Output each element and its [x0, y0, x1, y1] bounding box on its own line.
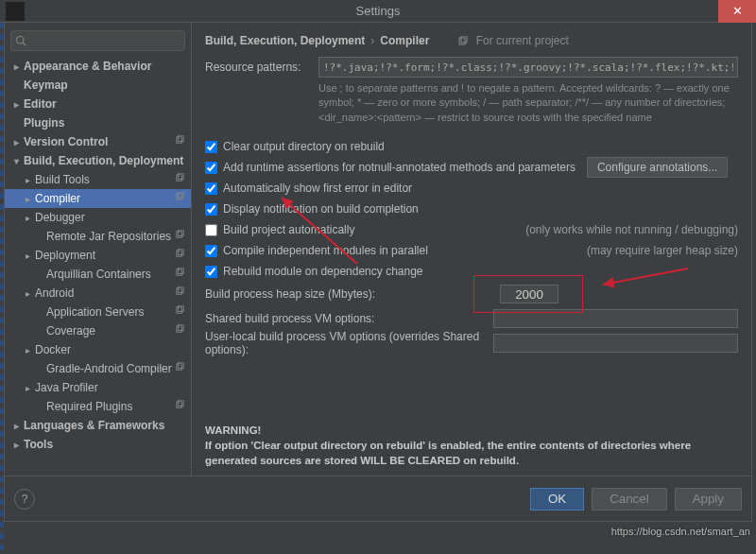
project-scope-icon [175, 230, 185, 242]
warning-text: If option 'Clear output directory on reb… [205, 440, 691, 466]
sidebar-item-label: Java Profiler [35, 381, 191, 394]
project-scope-icon [175, 135, 185, 147]
svg-rect-10 [177, 251, 182, 256]
sidebar-item[interactable]: Remote Jar Repositories [5, 227, 191, 246]
sidebar-item[interactable]: Plugins [5, 113, 191, 132]
sidebar-item-label: Keymap [24, 78, 191, 92]
apply-button[interactable]: Apply [675, 488, 742, 511]
project-scope-icon [175, 173, 185, 185]
sidebar-item-label: Gradle-Android Compiler [46, 362, 191, 375]
svg-rect-24 [459, 38, 465, 44]
sidebar-item-label: Application Servers [46, 305, 191, 319]
project-scope-icon [175, 249, 185, 261]
sidebar-item[interactable]: ▸Languages & Frameworks [5, 416, 191, 435]
sidebar-item[interactable]: Required Plugins [5, 397, 191, 416]
search-input[interactable] [10, 30, 185, 51]
svg-rect-8 [177, 232, 182, 237]
dialog-footer: ? OK Cancel Apply [4, 476, 752, 522]
build-auto-label: Build project automatically [223, 223, 354, 236]
sidebar-item[interactable]: Application Servers [5, 303, 191, 321]
shared-vm-input[interactable] [493, 309, 738, 328]
sidebar-item[interactable]: ▸Compiler [5, 189, 191, 208]
parallel-checkbox[interactable] [205, 245, 217, 257]
expand-arrow-icon: ▸ [26, 194, 35, 204]
watermark: https://blog.csdn.net/smart_an [611, 526, 750, 537]
user-vm-input[interactable] [493, 334, 738, 353]
project-scope-icon [175, 268, 185, 280]
sidebar-item[interactable]: ▸Tools [5, 435, 191, 454]
breadcrumb: Build, Execution, Deployment › Compiler … [205, 30, 738, 51]
expand-arrow-icon: ▾ [14, 156, 24, 166]
help-button[interactable]: ? [14, 489, 35, 510]
rebuild-dep-checkbox[interactable] [205, 266, 217, 278]
first-error-checkbox[interactable] [205, 182, 217, 195]
svg-line-1 [23, 43, 26, 45]
sidebar-item[interactable]: Gradle-Android Compiler [5, 359, 191, 378]
svg-rect-2 [177, 137, 182, 143]
for-current-project: For current project [457, 34, 568, 47]
notify-checkbox[interactable] [205, 203, 217, 216]
svg-rect-21 [179, 362, 184, 368]
svg-rect-15 [179, 286, 184, 292]
svg-rect-3 [179, 135, 184, 141]
build-auto-checkbox[interactable] [205, 224, 217, 236]
sidebar-item[interactable]: ▸Editor [5, 95, 191, 113]
sidebar-item-label: Version Control [24, 135, 191, 148]
cancel-button[interactable]: Cancel [592, 488, 667, 511]
svg-rect-22 [177, 402, 182, 407]
resource-patterns-hint: Use ; to separate patterns and ! to nega… [318, 81, 738, 125]
sidebar-item[interactable]: ▸Java Profiler [5, 378, 191, 397]
heap-size-input[interactable] [500, 285, 558, 303]
sidebar-item[interactable]: ▸Debugger [5, 208, 191, 227]
sidebar-item[interactable]: Keymap [5, 76, 191, 95]
expand-arrow-icon: ▸ [14, 137, 24, 147]
project-scope-icon [175, 286, 185, 299]
settings-tree: ▸Appearance & BehaviorKeymap▸EditorPlugi… [5, 57, 191, 454]
sidebar-item[interactable]: ▸Version Control [5, 132, 191, 151]
sidebar-item[interactable]: Arquillian Containers [5, 265, 191, 284]
rebuild-dep-label: Rebuild module on dependency change [223, 265, 423, 278]
sidebar-item[interactable]: ▸Build Tools [5, 170, 191, 189]
project-scope-icon [175, 324, 185, 337]
assertions-checkbox[interactable] [205, 162, 217, 174]
svg-rect-23 [179, 400, 184, 406]
window-title: Settings [0, 4, 756, 18]
sidebar-item[interactable]: ▸Docker [5, 340, 191, 359]
sidebar-item-label: Languages & Frameworks [24, 419, 191, 432]
ok-button[interactable]: OK [530, 488, 584, 511]
sidebar-item-label: Debugger [35, 211, 191, 224]
project-scope-icon [175, 362, 185, 374]
svg-rect-19 [179, 324, 184, 330]
svg-rect-9 [179, 230, 184, 235]
sidebar-item[interactable]: ▾Build, Execution, Deployment [5, 151, 191, 170]
configure-annotations-button[interactable]: Configure annotations... [587, 157, 728, 178]
sidebar-item-label: Editor [24, 97, 191, 111]
expand-arrow-icon: ▸ [14, 99, 24, 110]
notify-label: Display notification on build completion [223, 202, 419, 216]
svg-rect-4 [177, 175, 182, 181]
sidebar-item-label: Tools [24, 438, 191, 451]
copy-icon [457, 36, 469, 47]
expand-arrow-icon: ▸ [26, 251, 35, 261]
breadcrumb-sep: › [370, 34, 374, 47]
svg-rect-20 [177, 364, 182, 370]
clear-output-checkbox[interactable] [205, 141, 217, 153]
expand-arrow-icon: ▸ [26, 345, 35, 355]
sidebar-item[interactable]: ▸Appearance & Behavior [5, 57, 191, 76]
parallel-note: (may require larger heap size) [587, 244, 738, 257]
svg-rect-12 [177, 269, 182, 275]
sidebar-item-label: Build Tools [35, 173, 191, 186]
svg-rect-14 [177, 288, 182, 294]
close-button[interactable]: ✕ [718, 0, 756, 23]
resource-patterns-input[interactable] [318, 57, 738, 78]
sidebar-item[interactable]: ▸Deployment [5, 246, 191, 265]
sidebar-item[interactable]: ▸Android [5, 284, 191, 303]
assertions-label: Add runtime assertions for notnull-annot… [223, 161, 576, 174]
project-scope-icon [175, 400, 185, 412]
expand-arrow-icon: ▸ [14, 61, 24, 72]
heap-size-label: Build process heap size (Mbytes): [205, 287, 500, 301]
expand-arrow-icon: ▸ [26, 213, 35, 223]
sidebar-item[interactable]: Coverage [5, 321, 191, 340]
svg-rect-18 [177, 326, 182, 332]
sidebar-item-label: Remote Jar Repositories [46, 230, 191, 243]
